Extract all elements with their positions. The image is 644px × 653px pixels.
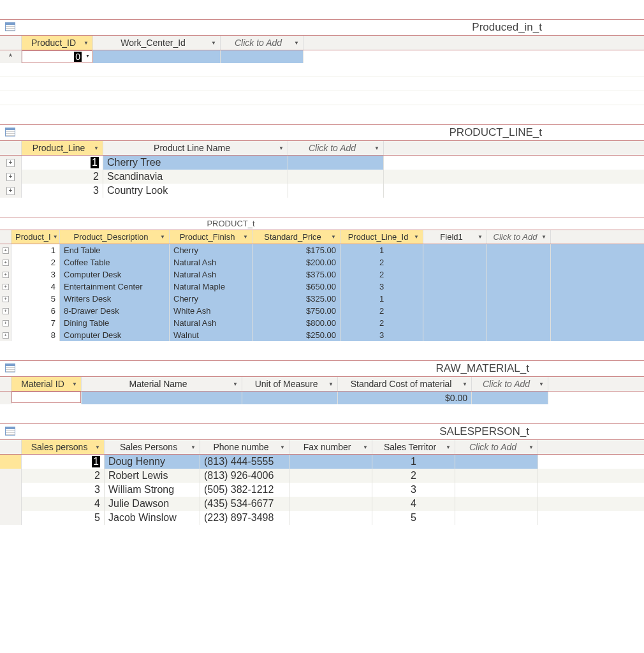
chevron-down-icon[interactable]: ▼ [160,234,165,240]
column-header[interactable]: Field1▼ [423,230,487,244]
column-header[interactable]: Phone numbe▼ [200,440,289,454]
expand-icon[interactable]: + [3,272,9,278]
chevron-down-icon[interactable]: ▼ [414,234,419,240]
chevron-down-icon[interactable]: ▼ [53,234,58,240]
cell-value[interactable]: 1 [22,455,105,469]
expand-icon[interactable]: + [6,173,15,181]
chevron-down-icon[interactable]: ▼ [446,444,451,450]
cell-value[interactable]: 3 [22,184,103,198]
cell-value[interactable]: 3 [11,268,60,281]
expand-icon[interactable]: + [3,247,9,254]
cell-value[interactable]: Scandinavia [103,170,288,184]
column-header[interactable]: Standard_Price▼ [252,230,340,244]
column-header[interactable]: Sales Territor▼ [372,440,455,454]
cell-value[interactable]: (435) 534-6677 [200,497,289,511]
column-header-product-id[interactable]: Product_ID▼ [22,36,93,50]
cell-value[interactable]: 5 [372,511,455,525]
chevron-down-icon[interactable]: ▼ [85,54,90,58]
chevron-down-icon[interactable]: ▼ [94,145,99,151]
cell-value[interactable]: 6 [11,305,60,317]
cell-value[interactable] [289,497,372,511]
cell-value[interactable]: 2 [340,317,423,329]
cell-value[interactable] [289,469,372,483]
expand-icon[interactable]: + [6,187,15,195]
column-header[interactable]: Material ID▼ [11,377,82,391]
cell-value[interactable]: 8-Drawer Desk [60,305,170,317]
chevron-down-icon[interactable]: ▼ [328,381,333,387]
cell-value[interactable]: 2 [340,268,423,281]
add-column[interactable]: Click to Add▼ [472,377,548,391]
cell-value[interactable]: Entertainment Center [60,281,170,293]
cell-value[interactable]: 8 [11,329,60,341]
add-column[interactable]: Click to Add▼ [288,141,384,155]
cell-value[interactable]: (813) 444-5555 [200,455,289,469]
cell-value[interactable]: 2 [340,305,423,317]
table-row[interactable]: 1Doug Henny(813) 444-55551 [0,455,644,469]
column-header[interactable]: Product_Line_Id▼ [340,230,423,244]
cell-value[interactable] [289,455,372,469]
cell-value[interactable] [289,511,372,525]
cell-value[interactable]: 2 [22,170,103,184]
cell-value[interactable]: 4 [372,497,455,511]
cell-value[interactable]: 1 [340,293,423,305]
table-row[interactable]: +68-Drawer DeskWhite Ash$750.002 [0,305,644,317]
cell-value[interactable] [289,483,372,497]
cell-value[interactable]: 7 [11,317,60,329]
cell-value[interactable]: $375.00 [252,268,340,281]
cell-value[interactable]: 4 [22,497,105,511]
table-row[interactable]: 4Julie Dawson(435) 534-66774 [0,497,644,511]
column-header-product-line-name[interactable]: Product Line Name▼ [103,141,288,155]
column-header[interactable]: Product_Description▼ [60,230,170,244]
table-row[interactable]: 2Robert Lewis(813) 926-40062 [0,469,644,483]
table-row[interactable]: +3Computer DeskNatural Ash$375.002 [0,268,644,281]
expand-icon[interactable]: + [3,284,9,290]
cell-value[interactable]: Computer Desk [60,268,170,281]
cell-value[interactable]: 1 [372,455,455,469]
expand-icon[interactable]: + [6,159,15,167]
expand-icon[interactable]: + [3,332,9,339]
cell-value[interactable]: 1 [340,244,423,256]
chevron-down-icon[interactable]: ▼ [462,381,467,387]
expand-icon[interactable]: + [3,320,9,326]
column-header[interactable]: Fax number▼ [289,440,372,454]
column-header[interactable]: Unit of Measure▼ [242,377,338,391]
cell-value[interactable]: 2 [22,469,105,483]
chevron-down-icon[interactable]: ▼ [478,234,483,240]
table-row[interactable]: 5Jacob Winslow(223) 897-34985 [0,511,644,525]
chevron-down-icon[interactable]: ▼ [243,234,248,240]
expand-icon[interactable]: + [3,296,9,302]
column-header-product-line[interactable]: Product_Line▼ [22,141,103,155]
chevron-down-icon[interactable]: ▼ [363,444,368,450]
cell-value[interactable]: Coffee Table [60,256,170,268]
cell-value[interactable]: Cherry Tree [103,156,288,170]
table-row[interactable]: +5Writers DeskCherry$325.001 [0,293,644,305]
chevron-down-icon[interactable]: ▼ [541,234,546,240]
column-header[interactable]: Sales persons▼ [22,440,105,454]
cell-value[interactable]: Writers Desk [60,293,170,305]
cell-value[interactable]: Natural Ash [170,256,252,268]
chevron-down-icon[interactable]: ▼ [211,40,216,46]
cell-value[interactable]: 2 [372,469,455,483]
add-column[interactable]: Click to Add▼ [487,230,551,244]
cell-value[interactable]: $750.00 [252,305,340,317]
column-header[interactable]: Sales Persons▼ [105,440,200,454]
cell-value[interactable]: 5 [22,511,105,525]
cell-value[interactable]: 3 [340,281,423,293]
chevron-down-icon[interactable]: ▼ [529,444,534,450]
cell-value[interactable]: Doug Henny [105,455,200,469]
cell-value[interactable]: $325.00 [252,293,340,305]
chevron-down-icon[interactable]: ▼ [191,444,196,450]
cell-value[interactable]: $200.00 [252,256,340,268]
cell-value[interactable]: Jacob Winslow [105,511,200,525]
table-row[interactable]: + 1 Cherry Tree [0,156,644,170]
chevron-down-icon[interactable]: ▼ [539,381,544,387]
add-column[interactable]: Click to Add▼ [455,440,538,454]
chevron-down-icon[interactable]: ▼ [331,234,336,240]
column-header[interactable]: Product_I▼ [11,230,60,244]
cell-value[interactable]: Cherry [170,244,252,256]
cell-value[interactable]: 5 [11,293,60,305]
table-row[interactable]: 3William Strong(505) 382-12123 [0,483,644,497]
chevron-down-icon[interactable]: ▼ [72,381,77,387]
cell-value[interactable]: Natural Maple [170,281,252,293]
cell-value[interactable]: 0 [74,52,82,62]
